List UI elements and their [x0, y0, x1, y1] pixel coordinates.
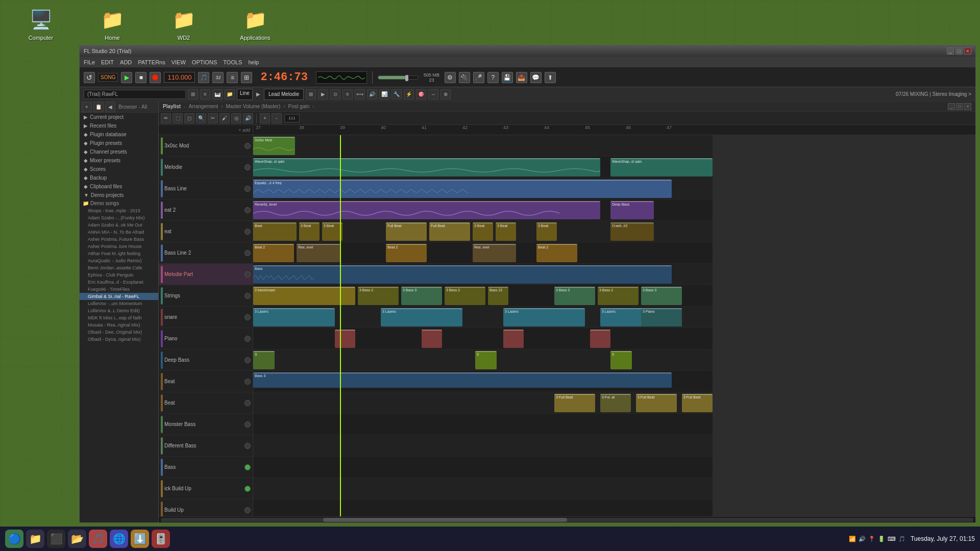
file-adam1[interactable]: Adam Szabo -...(Funky Mix) [80, 214, 158, 221]
settings-btn[interactable]: ⚙ [445, 72, 456, 83]
clip-bass22-1[interactable]: Bass 22 [488, 287, 508, 305]
pl-tool-eraser[interactable]: ◻ [184, 113, 194, 123]
file-ephixa[interactable]: Ephixa - Club Penguin [80, 271, 158, 279]
track-mute-buildup[interactable] [244, 507, 251, 513]
time-sig-btn[interactable]: 32 [212, 72, 224, 83]
export-btn[interactable]: 📤 [516, 72, 527, 83]
tb-4[interactable]: ≡ [342, 89, 353, 99]
pl-zoom-out[interactable]: - [272, 113, 282, 123]
clips-scroll-body[interactable]: 3x0sc Mod WaveShap..st gain WaveShap..st… [253, 135, 975, 516]
mixer-btn[interactable]: ≡ [200, 89, 210, 99]
pl-zoom-in[interactable]: + [260, 113, 270, 123]
clip-bass3-2[interactable]: 3 Bass 3 [554, 287, 595, 305]
clip-beat-2[interactable]: 3 Beat [299, 222, 320, 241]
clip-fullbeat-2[interactable]: Full Beat [429, 222, 470, 241]
desktop-icon-home[interactable]: 📁 Home [92, 8, 133, 41]
clip-crash4[interactable] [503, 330, 524, 348]
tb-12[interactable]: ⊕ [440, 89, 451, 99]
tb-7[interactable]: 📊 [379, 89, 389, 99]
minimize-button[interactable]: _ [947, 47, 954, 55]
pl-tool-brush[interactable]: 🖌 [219, 113, 230, 123]
clip-crash3[interactable] [422, 330, 442, 348]
tb-11[interactable]: ↔ [428, 89, 438, 99]
clip-fullbeat-row2[interactable]: 3 Full Beat [636, 394, 677, 412]
menu-options[interactable]: OPTIONS [192, 59, 217, 65]
tb-10[interactable]: 🎯 [416, 89, 426, 99]
clip-beat2-1[interactable]: Beat 2 [253, 244, 294, 262]
track-mute-eat2[interactable] [244, 207, 251, 213]
browser-add-btn[interactable]: + [82, 102, 92, 112]
patterns-btn[interactable]: ≡ [227, 72, 238, 83]
input-label-field[interactable]: (Trial) RawFL [84, 90, 186, 99]
tb-3[interactable]: ⊙ [330, 89, 340, 99]
file-fuego[interactable]: Fuego96 - TimeFiles [80, 286, 158, 293]
scrollbar-track[interactable] [161, 518, 973, 522]
menu-file[interactable]: FILe [84, 59, 95, 65]
pl-tool-zoom[interactable]: 🔍 [196, 113, 206, 123]
stop-button[interactable]: ■ [135, 72, 146, 83]
playlist-close[interactable]: × [964, 103, 971, 110]
menu-add[interactable]: ADD [120, 59, 132, 65]
taskbar-download[interactable]: ⬇️ [131, 530, 149, 548]
taskbar-start[interactable]: 🔵 [5, 530, 23, 548]
file-olbaid2[interactable]: Olbaid - Dyna..riginal Mix) [80, 336, 158, 343]
channel-selector[interactable]: Line [237, 89, 253, 100]
menu-tools[interactable]: TOOLS [223, 59, 242, 65]
tb-8[interactable]: 🔧 [391, 89, 402, 99]
tb-6[interactable]: 🔊 [367, 89, 377, 99]
playlist-minimize[interactable]: _ [948, 103, 955, 110]
loop-button[interactable]: ↺ [84, 72, 95, 83]
browser-plugin-db[interactable]: ◆ Plugin database [80, 130, 158, 139]
clip-supersaws-1[interactable]: S [253, 351, 275, 369]
clip-full-at[interactable]: 3 Ful..at [600, 394, 631, 412]
taskbar-files[interactable]: 📁 [26, 530, 44, 548]
clip-lazers-3[interactable]: 3 Lazers [503, 308, 585, 327]
file-asher1[interactable]: Asher Postma..Future Bass [80, 236, 158, 243]
clip-reel1[interactable]: Ree..evel [297, 244, 340, 262]
browser-plugin-presets[interactable]: ◆ Plugin presets [80, 139, 158, 147]
file-lollie2[interactable]: LollieVox &..L Demo Edit) [80, 307, 158, 314]
scrollbar-thumb[interactable] [323, 518, 567, 522]
browser-btn[interactable]: 📁 [225, 89, 235, 99]
playlist-scrollbar[interactable] [159, 516, 975, 522]
play-button[interactable]: ▶ [121, 72, 132, 83]
clip-fullbeat-row[interactable]: 3 Full Beat [554, 394, 595, 412]
metronome-btn[interactable]: 🎵 [198, 72, 209, 83]
clip-fullbeat-1[interactable]: Full Beat [386, 222, 427, 241]
clip-bass3-row[interactable]: Bass 3 [253, 372, 672, 388]
browser-mixer-presets[interactable]: ◆ Mixer presets [80, 156, 158, 165]
browser-clipboard[interactable]: ◆ Clipboard files [80, 182, 158, 191]
file-anna[interactable]: ANNA MIA - N..To Be Afraid [80, 229, 158, 236]
file-atthar[interactable]: Atthar Feat M..ight feeling [80, 250, 158, 257]
tb-5[interactable]: ⟺ [355, 89, 365, 99]
track-mute-piano[interactable] [244, 336, 251, 342]
file-adam2[interactable]: Adam Szabo &..ok Me Out [80, 221, 158, 229]
clip-lazers-1[interactable]: 3 Lazers [253, 308, 335, 327]
file-benn[interactable]: Benn Jordan..assette Cafe [80, 264, 158, 271]
track-mute-ickbuildup[interactable] [244, 486, 251, 492]
pl-tool-select[interactable]: ⬚ [173, 113, 183, 123]
clip-crash1[interactable]: Crash..#2 [610, 222, 654, 241]
clip-eat2-2[interactable]: Deep Bass [610, 201, 654, 219]
taskbar-filemanager[interactable]: 📂 [68, 530, 86, 548]
pl-tool-vol[interactable]: 🔊 [243, 113, 253, 123]
tb-1[interactable]: ⊞ [306, 89, 316, 99]
browser-channel-presets[interactable]: ◆ Channel presets [80, 147, 158, 156]
menu-view[interactable]: VIEW [172, 59, 186, 65]
track-mute-beat2[interactable] [244, 400, 251, 406]
clip-beat2-3[interactable]: Beat 2 [536, 244, 577, 262]
file-9loops[interactable]: 9loops - Kee..mple - 2015 [80, 207, 158, 214]
track-mute-melodiepart[interactable] [244, 271, 251, 278]
tb-9[interactable]: ⚡ [404, 89, 414, 99]
clip-beat2-2[interactable]: Beat 2 [386, 244, 427, 262]
track-mute-deepbass[interactable] [244, 357, 251, 363]
clip-reel2[interactable]: Ree..evel [473, 244, 516, 262]
desktop-icon-computer[interactable]: 🖥️ Computer [20, 8, 61, 41]
clip-bass2-2[interactable]: 3 Bass 2 [445, 287, 485, 305]
clip-beat-1[interactable]: Beat [253, 222, 297, 241]
chat-btn[interactable]: 💬 [530, 72, 542, 83]
bpm-display[interactable]: 110.000 [164, 72, 195, 83]
clip-supersaws-2[interactable]: 3 [475, 351, 497, 369]
piano-roll-btn[interactable]: 🎹 [212, 89, 223, 99]
track-mute-bassline2[interactable] [244, 250, 251, 256]
